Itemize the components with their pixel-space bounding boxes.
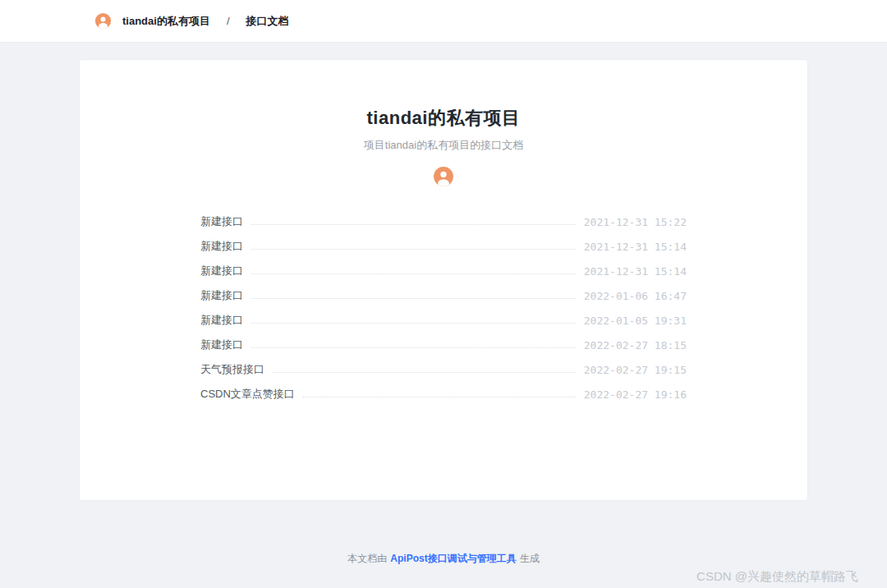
csdn-watermark: CSDN @兴趣使然的草帽路飞 <box>0 569 887 585</box>
api-name: 新建接口 <box>200 214 243 229</box>
api-name: CSDN文章点赞接口 <box>200 387 295 402</box>
dotted-leader <box>251 273 576 274</box>
api-list-item[interactable]: 新建接口 2022-01-06 16:47 <box>200 283 687 308</box>
api-name: 新建接口 <box>200 338 243 352</box>
api-list-item[interactable]: 新建接口 2021-12-31 15:14 <box>200 234 687 259</box>
doc-title: tiandai的私有项目 <box>80 106 807 131</box>
api-timestamp: 2022-02-27 19:15 <box>584 364 687 376</box>
api-list-item[interactable]: 新建接口 2022-02-27 18:15 <box>200 333 687 357</box>
api-timestamp: 2021-12-31 15:22 <box>584 216 687 228</box>
top-bar: tiandai的私有项目 / 接口文档 <box>0 0 887 43</box>
doc-subtitle: 项目tiandai的私有项目的接口文档 <box>80 138 807 153</box>
breadcrumb-current-page: 接口文档 <box>246 14 289 29</box>
api-timestamp: 2022-01-06 16:47 <box>584 290 687 302</box>
user-avatar-icon <box>94 12 112 30</box>
page-body: tiandai的私有项目 项目tiandai的私有项目的接口文档 新建接口 20… <box>0 59 887 588</box>
api-name: 新建接口 <box>200 264 243 278</box>
api-timestamp: 2021-12-31 15:14 <box>584 265 687 278</box>
api-list-item[interactable]: 新建接口 2021-12-31 15:14 <box>200 259 687 283</box>
footer-suffix: 生成 <box>520 553 540 564</box>
api-timestamp: 2022-02-27 18:15 <box>584 339 687 351</box>
generated-by-footer: 本文档由ApiPost接口调试与管理工具生成 <box>0 552 887 566</box>
dotted-leader <box>251 323 576 324</box>
apipost-link[interactable]: ApiPost接口调试与管理工具 <box>390 553 516 564</box>
project-avatar-icon <box>433 166 454 187</box>
api-name: 新建接口 <box>200 239 243 254</box>
footer-prefix: 本文档由 <box>347 553 387 564</box>
api-name: 天气预报接口 <box>200 362 264 377</box>
api-timestamp: 2021-12-31 15:14 <box>584 241 687 253</box>
dotted-leader <box>251 347 576 348</box>
breadcrumb-project-name[interactable]: tiandai的私有项目 <box>122 14 210 29</box>
dotted-leader <box>251 249 576 250</box>
api-list-item[interactable]: 新建接口 2021-12-31 15:22 <box>200 209 687 234</box>
api-timestamp: 2022-01-05 19:31 <box>584 315 687 327</box>
api-timestamp: 2022-02-27 19:16 <box>584 388 687 401</box>
api-name: 新建接口 <box>200 288 243 303</box>
api-list: 新建接口 2021-12-31 15:22 新建接口 2021-12-31 15… <box>200 209 687 407</box>
breadcrumb-separator: / <box>227 15 230 27</box>
dotted-leader <box>251 298 576 299</box>
doc-card: tiandai的私有项目 项目tiandai的私有项目的接口文档 新建接口 20… <box>79 59 808 501</box>
dotted-leader <box>303 397 576 397</box>
api-list-item[interactable]: CSDN文章点赞接口 2022-02-27 19:16 <box>200 382 687 407</box>
api-name: 新建接口 <box>200 313 243 328</box>
dotted-leader <box>273 372 576 373</box>
api-list-item[interactable]: 天气预报接口 2022-02-27 19:15 <box>200 357 687 382</box>
dotted-leader <box>251 224 576 225</box>
api-list-item[interactable]: 新建接口 2022-01-05 19:31 <box>200 308 687 333</box>
